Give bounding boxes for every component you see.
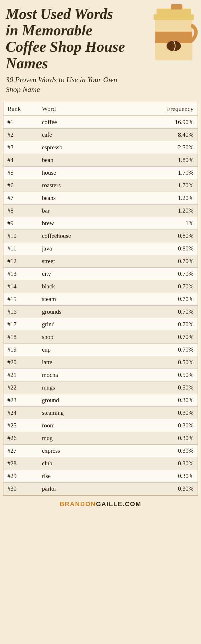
cell-frequency: 0.70% [120,306,198,318]
svg-point-5 [167,41,181,51]
cell-rank: #22 [3,381,38,394]
table-row: #20latte0.50% [3,356,198,369]
brand-dark-text: GAILLE.COM [96,500,141,508]
table-header-row: Rank Word Frequency [3,102,198,116]
cell-frequency: 0.50% [120,369,198,381]
cell-word: beans [38,192,120,205]
cell-rank: #15 [3,293,38,306]
cell-frequency: 0.70% [120,255,198,268]
table-row: #25room0.30% [3,419,198,432]
cell-word: grind [38,318,120,331]
table-row: #29rise0.30% [3,470,198,483]
table-row: #13city0.70% [3,268,198,280]
cell-frequency: 0.50% [120,381,198,394]
cell-word: latte [38,356,120,369]
table-row: #18shop0.70% [3,331,198,344]
cell-rank: #12 [3,255,38,268]
cell-word: mugs [38,381,120,394]
cell-rank: #16 [3,306,38,318]
column-header-frequency: Frequency [120,102,198,116]
table-row: #11java0.80% [3,242,198,255]
cell-rank: #29 [3,470,38,483]
cell-rank: #21 [3,369,38,381]
cell-rank: #17 [3,318,38,331]
cell-frequency: 0.30% [120,419,198,432]
table-row: #3espresso2.50% [3,141,198,154]
svg-rect-4 [171,4,182,9]
cell-rank: #9 [3,217,38,230]
cell-word: java [38,242,120,255]
cell-rank: #19 [3,344,38,356]
cell-frequency: 0.70% [120,268,198,280]
cell-rank: #10 [3,230,38,242]
cell-frequency: 0.70% [120,293,198,306]
cell-frequency: 2.50% [120,141,198,154]
cell-frequency: 0.80% [120,242,198,255]
cell-frequency: 16.90% [120,116,198,129]
cell-frequency: 0.30% [120,483,198,495]
table-row: #23ground0.30% [3,394,198,407]
table-row: #12street0.70% [3,255,198,268]
table-row: #26mug0.30% [3,432,198,445]
cell-rank: #2 [3,129,38,141]
table-row: #15steam0.70% [3,293,198,306]
cell-frequency: 0.30% [120,407,198,419]
cell-frequency: 1.20% [120,192,198,205]
table-row: #1coffee16.90% [3,116,198,129]
cell-frequency: 0.70% [120,344,198,356]
cell-frequency: 0.70% [120,331,198,344]
cell-rank: #11 [3,242,38,255]
cell-rank: #14 [3,280,38,293]
cell-rank: #24 [3,407,38,419]
cell-frequency: 0.30% [120,432,198,445]
cell-frequency: 0.70% [120,280,198,293]
table-row: #10coffeehouse0.80% [3,230,198,242]
cell-frequency: 0.30% [120,470,198,483]
cell-frequency: 1% [120,217,198,230]
cell-word: house [38,167,120,179]
cell-rank: #13 [3,268,38,280]
cell-rank: #26 [3,432,38,445]
header-section: Most Used Words in Memorable Coffee Shop… [0,0,201,102]
cell-word: parlor [38,483,120,495]
cell-word: ground [38,394,120,407]
cell-rank: #18 [3,331,38,344]
cell-word: cafe [38,129,120,141]
cell-word: cup [38,344,120,356]
table-row: #9brew1% [3,217,198,230]
cell-word: coffee [38,116,120,129]
table-row: #6roasters1.70% [3,179,198,192]
column-header-rank: Rank [3,102,38,116]
cell-word: grounds [38,306,120,318]
table-row: #21mocha0.50% [3,369,198,381]
data-table-container: Rank Word Frequency #1coffee16.90%#2cafe… [3,102,198,496]
cell-word: club [38,457,120,470]
cell-word: mocha [38,369,120,381]
cell-rank: #20 [3,356,38,369]
table-row: #17grind0.70% [3,318,198,331]
column-header-word: Word [38,102,120,116]
cell-word: express [38,445,120,457]
cell-word: coffeehouse [38,230,120,242]
table-row: #7beans1.20% [3,192,198,205]
cell-frequency: 0.70% [120,318,198,331]
cell-frequency: 1.80% [120,154,198,167]
cell-word: roasters [38,179,120,192]
cell-word: room [38,419,120,432]
subtitle: 30 Proven Words to Use in Your Own Shop … [6,75,132,95]
cell-frequency: 1.70% [120,179,198,192]
cell-word: steam [38,293,120,306]
cell-word: mug [38,432,120,445]
cell-rank: #23 [3,394,38,407]
cell-rank: #3 [3,141,38,154]
cell-word: steaming [38,407,120,419]
cell-word: street [38,255,120,268]
table-row: #8bar1.20% [3,205,198,217]
table-row: #4bean1.80% [3,154,198,167]
cell-frequency: 1.20% [120,205,198,217]
svg-rect-3 [156,9,191,16]
cell-frequency: 8.40% [120,129,198,141]
table-row: #27express0.30% [3,445,198,457]
cell-rank: #28 [3,457,38,470]
words-table: Rank Word Frequency #1coffee16.90%#2cafe… [3,102,198,495]
